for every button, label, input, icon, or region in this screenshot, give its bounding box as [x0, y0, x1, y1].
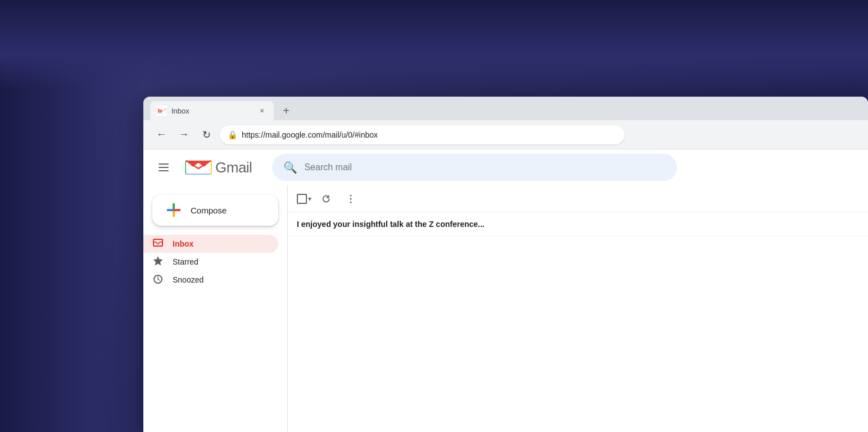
gmail-logo: Gmail	[184, 156, 252, 179]
tab-close-button[interactable]: ×	[257, 106, 267, 116]
gmail-logo-text: Gmail	[215, 159, 252, 176]
browser-tab-bar: M Inbox × +	[143, 97, 868, 120]
more-options-button[interactable]	[341, 189, 361, 209]
svg-rect-12	[153, 239, 162, 246]
svg-point-16	[350, 198, 352, 199]
lock-icon: 🔒	[228, 130, 237, 139]
url-bar[interactable]: 🔒 https://mail.google.com/mail/u/0/#inbo…	[220, 125, 625, 144]
sidebar-item-snoozed[interactable]: Snoozed	[143, 271, 278, 289]
email-list: I enjoyed your insightful talk at the Z …	[288, 212, 868, 432]
gmail-main: ▾	[287, 185, 868, 432]
gmail-body: Compose Inbox	[143, 185, 868, 432]
search-icon: 🔍	[283, 161, 297, 174]
clock-icon	[152, 273, 164, 287]
hamburger-line-1	[159, 163, 169, 165]
gmail-page: Gmail 🔍	[143, 149, 868, 432]
hamburger-line-2	[159, 167, 169, 168]
gmail-sidebar: Compose Inbox	[143, 185, 287, 432]
browser-window: M Inbox × + ← → ↻ 🔒 https://mail.google.…	[143, 97, 868, 432]
refresh-button[interactable]	[316, 189, 336, 209]
email-item[interactable]: I enjoyed your insightful talk at the Z …	[288, 212, 868, 237]
address-bar-area: ← → ↻ 🔒 https://mail.google.com/mail/u/0…	[143, 120, 868, 149]
gmail-m-icon	[184, 156, 213, 179]
url-text: https://mail.google.com/mail/u/0/#inbox	[242, 130, 378, 139]
svg-point-15	[350, 194, 352, 196]
back-button[interactable]: ←	[152, 126, 170, 144]
select-dropdown-icon[interactable]: ▾	[308, 195, 311, 203]
gmail-toolbar: ▾	[288, 185, 868, 212]
svg-rect-10	[167, 209, 174, 211]
starred-label: Starred	[173, 257, 198, 266]
svg-text:M: M	[158, 108, 162, 114]
forward-button[interactable]: →	[175, 126, 193, 144]
active-tab[interactable]: M Inbox ×	[150, 101, 274, 120]
hamburger-line-3	[159, 170, 169, 171]
svg-rect-11	[174, 209, 180, 211]
gmail-header: Gmail 🔍	[143, 149, 868, 185]
gmail-favicon: M	[157, 106, 167, 116]
email-preview-text: I enjoyed your insightful talk at the Z …	[297, 220, 485, 229]
select-all-checkbox[interactable]	[297, 194, 307, 204]
reload-button[interactable]: ↻	[197, 126, 215, 144]
gmail-search-bar[interactable]: 🔍	[272, 154, 677, 181]
sidebar-item-starred[interactable]: Starred	[143, 253, 278, 271]
new-tab-button[interactable]: +	[278, 103, 294, 119]
compose-button[interactable]: Compose	[152, 194, 278, 226]
svg-point-17	[350, 201, 352, 203]
hamburger-menu-button[interactable]	[152, 156, 175, 179]
select-all-area[interactable]: ▾	[297, 194, 311, 204]
inbox-icon	[152, 237, 164, 251]
compose-plus-icon	[166, 202, 182, 218]
star-icon	[152, 255, 164, 269]
compose-label: Compose	[191, 206, 227, 215]
search-input[interactable]	[304, 162, 666, 172]
sidebar-item-inbox[interactable]: Inbox	[143, 235, 278, 253]
snoozed-label: Snoozed	[173, 275, 204, 284]
tab-title: Inbox	[171, 107, 252, 115]
inbox-label: Inbox	[173, 239, 193, 248]
svg-marker-13	[153, 256, 163, 266]
